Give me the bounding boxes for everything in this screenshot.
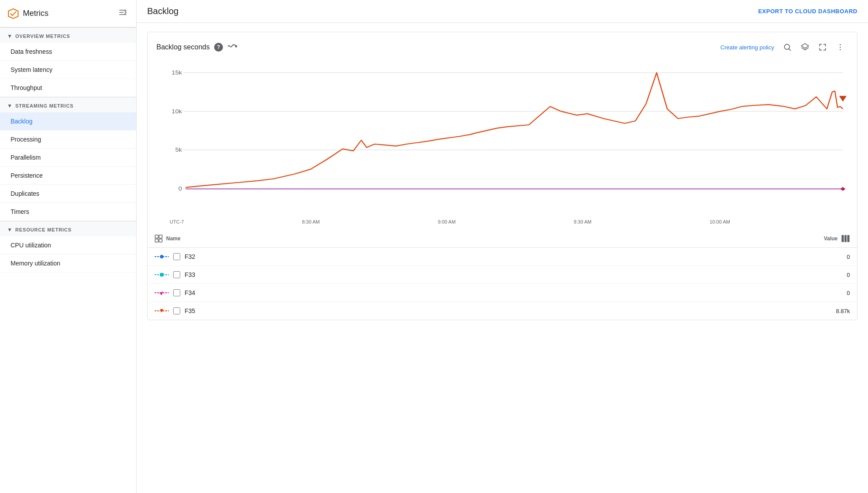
f33-label: F33: [185, 271, 195, 278]
svg-text:10k: 10k: [172, 108, 182, 114]
fullscreen-icon: [818, 43, 827, 52]
chart-graph-area: 15k 10k 5k 0: [148, 59, 857, 217]
svg-text:15k: 15k: [172, 69, 182, 76]
f34-label: F34: [185, 289, 195, 296]
chart-toolbar: Create alerting policy: [720, 39, 848, 55]
x-label-utc: UTC-7: [170, 219, 184, 224]
svg-rect-19: [159, 239, 162, 242]
sidebar-logo: Metrics: [7, 7, 48, 20]
chart-title-area: Backlog seconds ?: [156, 42, 237, 52]
svg-point-24: [160, 255, 163, 258]
section-overview-metrics[interactable]: ▼ OVERVIEW METRICS: [0, 27, 136, 43]
backlog-seconds-chart-card: Backlog seconds ? Create alerting policy: [147, 32, 857, 320]
sidebar-item-label: Persistence: [11, 172, 43, 179]
f32-label: F32: [185, 253, 195, 260]
sidebar-item-throughput[interactable]: Throughput: [0, 79, 136, 97]
legend-row-f33: F33 0: [148, 266, 857, 284]
legend-table: Name Value: [148, 230, 857, 320]
collapse-icon: [119, 8, 127, 17]
svg-text:5k: 5k: [175, 146, 182, 153]
f35-checkbox[interactable]: [173, 307, 180, 314]
sidebar-item-processing[interactable]: Processing: [0, 131, 136, 149]
search-chart-button[interactable]: [779, 39, 795, 55]
sidebar-item-label: Processing: [11, 136, 41, 143]
svg-point-3: [840, 47, 841, 48]
sidebar-item-duplicates[interactable]: Duplicates: [0, 185, 136, 203]
legend-row-f35: F35 8.87k: [148, 302, 857, 320]
sidebar-item-memory-utilization[interactable]: Memory utilization: [0, 254, 136, 273]
svg-point-4: [840, 49, 841, 51]
help-icon[interactable]: ?: [214, 43, 223, 52]
name-col-header: Name: [166, 235, 181, 242]
legend-name-cell-f32: F32: [148, 248, 556, 266]
legend-name-cell-f33: F33: [148, 266, 556, 284]
f34-line-icon: [155, 289, 169, 296]
svg-rect-16: [155, 235, 158, 238]
f33-checkbox[interactable]: [173, 271, 180, 278]
search-icon: [783, 43, 792, 52]
f34-checkbox[interactable]: [173, 289, 180, 296]
sidebar-item-label: Backlog: [11, 118, 33, 125]
main-header: Backlog EXPORT TO CLOUD DASHBOARD: [137, 0, 868, 23]
chart-squiggle-icon[interactable]: [227, 42, 237, 52]
sidebar-item-label: Parallelism: [11, 154, 41, 161]
app-logo-icon: [7, 7, 19, 20]
svg-rect-22: [847, 235, 849, 242]
more-options-button[interactable]: [832, 39, 848, 55]
sidebar-item-label: CPU utilization: [11, 242, 51, 249]
f32-value: 0: [556, 248, 857, 266]
svg-rect-20: [842, 235, 844, 242]
sidebar: Metrics ▼ OVERVIEW METRICS Data freshnes…: [0, 0, 137, 493]
value-col-header: Value: [556, 230, 857, 248]
export-to-cloud-button[interactable]: EXPORT TO CLOUD DASHBOARD: [758, 8, 857, 15]
f33-line-icon: [155, 271, 169, 278]
f35-line-icon: [155, 307, 169, 314]
chart-card-header: Backlog seconds ? Create alerting policy: [148, 32, 857, 59]
f34-value: 0: [556, 284, 857, 302]
svg-rect-21: [845, 235, 847, 242]
section-streaming-label: STREAMING METRICS: [15, 103, 74, 108]
svg-point-2: [840, 44, 841, 45]
f32-line-icon: [155, 253, 169, 260]
chevron-down-icon: ▼: [7, 227, 13, 233]
layers-button[interactable]: [797, 39, 813, 55]
legend-name-header: Name: [148, 230, 556, 248]
section-resource-label: RESOURCE METRICS: [15, 227, 72, 232]
sidebar-item-label: Duplicates: [11, 190, 39, 197]
sidebar-item-parallelism[interactable]: Parallelism: [0, 149, 136, 167]
sidebar-item-data-freshness[interactable]: Data freshness: [0, 43, 136, 61]
chart-x-axis-labels: UTC-7 8:30 AM 9:00 AM 9:30 AM 10:00 AM: [148, 217, 857, 228]
columns-toggle-icon[interactable]: [841, 234, 850, 243]
layers-icon: [801, 43, 809, 52]
legend-name-cell-f34: F34: [148, 284, 556, 302]
sidebar-item-label: Timers: [11, 208, 29, 215]
fullscreen-button[interactable]: [815, 39, 831, 55]
page-title: Backlog: [147, 6, 178, 16]
section-resource-metrics[interactable]: ▼ RESOURCE METRICS: [0, 221, 136, 236]
grid-toggle-icon[interactable]: [155, 235, 163, 243]
f32-checkbox[interactable]: [173, 253, 180, 260]
svg-marker-15: [840, 187, 846, 191]
collapse-sidebar-button[interactable]: [117, 6, 129, 21]
x-label-930: 9:30 AM: [574, 219, 591, 224]
sidebar-item-backlog[interactable]: Backlog: [0, 112, 136, 131]
sidebar-item-timers[interactable]: Timers: [0, 203, 136, 221]
more-vert-icon: [836, 43, 845, 52]
sidebar-item-system-latency[interactable]: System latency: [0, 61, 136, 79]
app-title: Metrics: [23, 9, 48, 18]
main-scrollable-content: Backlog seconds ? Create alerting policy: [137, 23, 868, 493]
sidebar-item-label: Throughput: [11, 84, 42, 91]
svg-rect-26: [160, 273, 163, 276]
x-label-1000: 10:00 AM: [709, 219, 730, 224]
sidebar-item-label: Memory utilization: [11, 260, 60, 267]
sidebar-item-cpu-utilization[interactable]: CPU utilization: [0, 236, 136, 254]
create-alerting-policy-link[interactable]: Create alerting policy: [720, 44, 774, 51]
section-streaming-metrics[interactable]: ▼ STREAMING METRICS: [0, 97, 136, 112]
main-content-area: Backlog EXPORT TO CLOUD DASHBOARD Backlo…: [137, 0, 868, 493]
svg-marker-13: [839, 96, 846, 101]
f35-label: F35: [185, 307, 195, 314]
section-overview-label: OVERVIEW METRICS: [15, 34, 70, 39]
sidebar-item-persistence[interactable]: Persistence: [0, 167, 136, 185]
f33-value: 0: [556, 266, 857, 284]
legend-name-cell-f35: F35: [148, 302, 556, 320]
